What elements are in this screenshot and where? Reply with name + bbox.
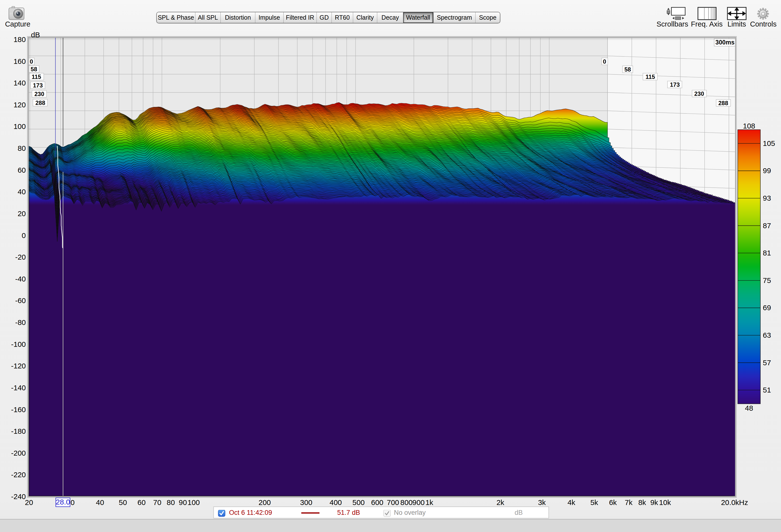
svg-text:99: 99: [763, 167, 771, 175]
svg-text:100: 100: [13, 122, 26, 130]
svg-text:200: 200: [258, 498, 271, 506]
svg-text:48: 48: [745, 404, 753, 412]
svg-text:800: 800: [400, 498, 413, 506]
svg-text:115: 115: [32, 74, 41, 80]
svg-text:-160: -160: [11, 405, 26, 414]
svg-text:6k: 6k: [609, 498, 617, 506]
svg-text:3k: 3k: [538, 498, 546, 506]
svg-text:20.0kHz: 20.0kHz: [721, 498, 748, 506]
svg-text:108: 108: [743, 122, 755, 130]
svg-text:20: 20: [18, 210, 26, 218]
svg-text:-100: -100: [11, 340, 26, 348]
svg-text:288: 288: [718, 100, 728, 106]
svg-text:300: 300: [300, 498, 312, 506]
svg-text:-180: -180: [11, 427, 26, 435]
svg-text:230: 230: [34, 91, 44, 97]
svg-text:140: 140: [13, 79, 26, 87]
svg-text:40: 40: [96, 498, 104, 506]
svg-text:70: 70: [153, 498, 161, 506]
svg-text:-200: -200: [11, 449, 26, 457]
svg-text:-140: -140: [11, 384, 26, 392]
svg-text:0: 0: [603, 58, 606, 65]
svg-text:10k: 10k: [659, 498, 671, 506]
svg-text:-60: -60: [15, 297, 26, 305]
svg-text:0: 0: [22, 231, 26, 239]
svg-text:75: 75: [763, 276, 771, 284]
svg-text:120: 120: [13, 101, 26, 109]
svg-text:80: 80: [18, 144, 26, 152]
svg-text:60: 60: [18, 166, 26, 174]
svg-text:900: 900: [412, 498, 425, 506]
svg-text:180: 180: [13, 35, 26, 43]
svg-text:90: 90: [179, 498, 187, 506]
svg-text:173: 173: [670, 81, 680, 88]
svg-text:-220: -220: [11, 471, 26, 479]
svg-text:105: 105: [763, 139, 775, 147]
svg-text:58: 58: [624, 66, 631, 73]
svg-text:-20: -20: [15, 253, 26, 261]
svg-text:-240: -240: [11, 492, 26, 500]
svg-text:51: 51: [763, 386, 771, 394]
svg-text:-80: -80: [15, 318, 26, 326]
svg-text:28.0: 28.0: [56, 498, 70, 506]
svg-text:2k: 2k: [496, 498, 504, 506]
svg-text:115: 115: [646, 74, 655, 80]
svg-text:20: 20: [25, 498, 33, 506]
svg-text:7k: 7k: [625, 498, 633, 506]
svg-text:600: 600: [371, 498, 383, 506]
svg-text:9k: 9k: [650, 498, 658, 506]
svg-text:1k: 1k: [425, 498, 434, 506]
svg-text:100: 100: [188, 498, 200, 506]
svg-text:50: 50: [119, 498, 127, 506]
svg-text:57: 57: [763, 359, 771, 367]
svg-text:93: 93: [763, 194, 771, 202]
svg-text:230: 230: [694, 90, 704, 97]
svg-text:60: 60: [137, 498, 146, 506]
svg-text:69: 69: [763, 304, 771, 312]
svg-text:80: 80: [167, 498, 175, 506]
svg-text:dB: dB: [31, 31, 40, 39]
svg-text:5k: 5k: [590, 498, 599, 506]
svg-text:81: 81: [763, 249, 771, 257]
svg-text:58: 58: [31, 66, 37, 73]
svg-text:700: 700: [387, 498, 399, 506]
svg-text:8k: 8k: [638, 498, 646, 506]
svg-text:400: 400: [330, 498, 342, 506]
svg-text:500: 500: [353, 498, 365, 506]
svg-text:40: 40: [18, 188, 26, 196]
svg-text:-40: -40: [15, 275, 26, 283]
svg-text:173: 173: [33, 82, 43, 89]
svg-text:288: 288: [35, 99, 45, 106]
svg-text:-120: -120: [11, 362, 26, 370]
svg-text:63: 63: [763, 331, 771, 339]
svg-text:160: 160: [13, 57, 26, 65]
svg-text:87: 87: [763, 222, 771, 230]
svg-text:4k: 4k: [568, 498, 576, 506]
